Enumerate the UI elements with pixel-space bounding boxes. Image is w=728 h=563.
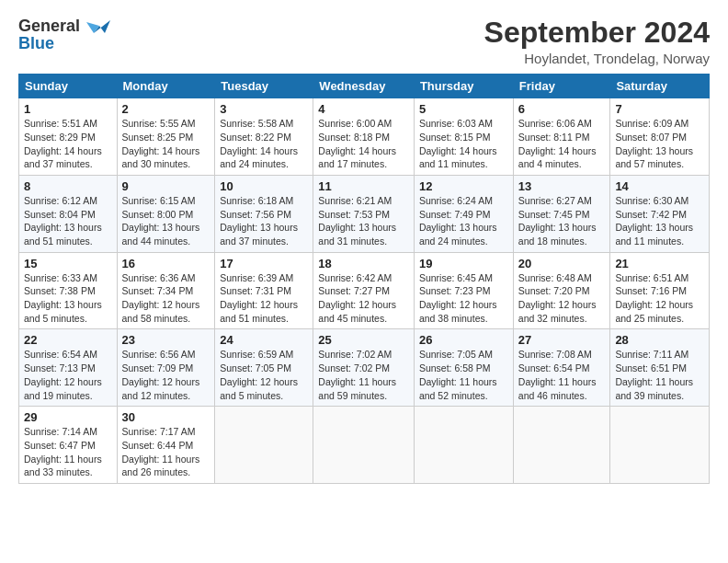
calendar-day-cell: 1Sunrise: 5:51 AMSunset: 8:29 PMDaylight…: [19, 98, 118, 176]
weekday-header-cell: Friday: [513, 75, 610, 98]
calendar-day-cell: 27Sunrise: 7:08 AMSunset: 6:54 PMDayligh…: [513, 329, 610, 407]
day-number: 10: [220, 179, 308, 193]
day-number: 21: [615, 257, 704, 270]
calendar-day-cell: 24Sunrise: 6:59 AMSunset: 7:05 PMDayligh…: [215, 329, 313, 407]
day-info: Sunrise: 6:21 AMSunset: 7:53 PMDaylight:…: [318, 194, 409, 248]
day-number: 18: [318, 257, 409, 270]
page: General Blue September 2024 Hoylandet, T…: [0, 0, 728, 563]
calendar-day-cell: 12Sunrise: 6:24 AMSunset: 7:49 PMDayligh…: [414, 175, 513, 252]
calendar-day-cell: 2Sunrise: 5:55 AMSunset: 8:25 PMDaylight…: [117, 98, 215, 176]
day-info: Sunrise: 6:15 AMSunset: 8:00 PMDaylight:…: [122, 194, 210, 248]
day-number: 19: [419, 257, 508, 270]
day-number: 27: [518, 333, 606, 347]
calendar-day-cell: 16Sunrise: 6:36 AMSunset: 7:34 PMDayligh…: [117, 252, 215, 329]
day-info: Sunrise: 6:18 AMSunset: 7:56 PMDaylight:…: [220, 194, 308, 248]
day-info: Sunrise: 6:12 AMSunset: 8:04 PMDaylight:…: [24, 194, 112, 248]
calendar-day-cell: 5Sunrise: 6:03 AMSunset: 8:15 PMDaylight…: [414, 98, 513, 176]
calendar-day-cell: [610, 407, 710, 484]
day-number: 14: [615, 179, 704, 193]
day-number: 4: [318, 102, 409, 116]
calendar-day-cell: [313, 407, 415, 484]
main-title: September 2024: [484, 17, 710, 49]
calendar-day-cell: 22Sunrise: 6:54 AMSunset: 7:13 PMDayligh…: [19, 329, 118, 407]
calendar-day-cell: 14Sunrise: 6:30 AMSunset: 7:42 PMDayligh…: [610, 175, 710, 252]
calendar-day-cell: 13Sunrise: 6:27 AMSunset: 7:45 PMDayligh…: [513, 175, 610, 252]
logo-general: General: [18, 17, 80, 35]
day-number: 11: [318, 179, 409, 193]
weekday-header-cell: Wednesday: [313, 75, 415, 98]
weekday-header-cell: Tuesday: [215, 75, 313, 98]
day-info: Sunrise: 6:03 AMSunset: 8:15 PMDaylight:…: [419, 117, 508, 171]
day-number: 9: [122, 179, 210, 193]
calendar-day-cell: [513, 407, 610, 484]
day-info: Sunrise: 6:42 AMSunset: 7:27 PMDaylight:…: [318, 271, 409, 326]
calendar-day-cell: 3Sunrise: 5:58 AMSunset: 8:22 PMDaylight…: [215, 98, 313, 176]
day-number: 6: [518, 102, 606, 116]
title-block: September 2024 Hoylandet, Trondelag, Nor…: [484, 17, 710, 66]
weekday-header-row: SundayMondayTuesdayWednesdayThursdayFrid…: [19, 75, 710, 98]
day-info: Sunrise: 7:11 AMSunset: 6:51 PMDaylight:…: [615, 348, 704, 402]
day-info: Sunrise: 6:09 AMSunset: 8:07 PMDaylight:…: [615, 117, 704, 171]
day-number: 3: [220, 102, 308, 116]
day-number: 30: [122, 410, 210, 424]
calendar-day-cell: 28Sunrise: 7:11 AMSunset: 6:51 PMDayligh…: [610, 329, 710, 407]
calendar-week-row: 22Sunrise: 6:54 AMSunset: 7:13 PMDayligh…: [19, 329, 710, 407]
calendar-day-cell: 17Sunrise: 6:39 AMSunset: 7:31 PMDayligh…: [215, 252, 313, 329]
logo-bird-icon: [86, 17, 110, 37]
calendar-day-cell: 21Sunrise: 6:51 AMSunset: 7:16 PMDayligh…: [610, 252, 710, 329]
day-info: Sunrise: 6:51 AMSunset: 7:16 PMDaylight:…: [615, 271, 704, 326]
logo-blue: Blue: [18, 35, 110, 53]
calendar-day-cell: 4Sunrise: 6:00 AMSunset: 8:18 PMDaylight…: [313, 98, 415, 176]
day-info: Sunrise: 6:24 AMSunset: 7:49 PMDaylight:…: [419, 194, 508, 248]
day-number: 29: [24, 410, 112, 424]
day-info: Sunrise: 6:48 AMSunset: 7:20 PMDaylight:…: [518, 271, 606, 326]
calendar-day-cell: 9Sunrise: 6:15 AMSunset: 8:00 PMDaylight…: [117, 175, 215, 252]
day-info: Sunrise: 7:05 AMSunset: 6:58 PMDaylight:…: [419, 348, 508, 402]
day-number: 7: [615, 102, 704, 116]
day-number: 28: [615, 333, 704, 347]
calendar-day-cell: [414, 407, 513, 484]
day-info: Sunrise: 6:27 AMSunset: 7:45 PMDaylight:…: [518, 194, 606, 248]
day-info: Sunrise: 6:30 AMSunset: 7:42 PMDaylight:…: [615, 194, 704, 248]
calendar-table: SundayMondayTuesdayWednesdayThursdayFrid…: [18, 74, 710, 484]
calendar-day-cell: 6Sunrise: 6:06 AMSunset: 8:11 PMDaylight…: [513, 98, 610, 176]
calendar-week-row: 8Sunrise: 6:12 AMSunset: 8:04 PMDaylight…: [19, 175, 710, 252]
day-info: Sunrise: 5:51 AMSunset: 8:29 PMDaylight:…: [24, 117, 112, 171]
day-info: Sunrise: 7:02 AMSunset: 7:02 PMDaylight:…: [318, 348, 409, 402]
day-info: Sunrise: 7:14 AMSunset: 6:47 PMDaylight:…: [24, 425, 112, 479]
calendar-day-cell: 26Sunrise: 7:05 AMSunset: 6:58 PMDayligh…: [414, 329, 513, 407]
day-number: 13: [518, 179, 606, 193]
day-number: 17: [220, 257, 308, 270]
calendar-day-cell: 20Sunrise: 6:48 AMSunset: 7:20 PMDayligh…: [513, 252, 610, 329]
day-number: 22: [24, 333, 112, 347]
calendar-day-cell: 23Sunrise: 6:56 AMSunset: 7:09 PMDayligh…: [117, 329, 215, 407]
calendar-day-cell: 18Sunrise: 6:42 AMSunset: 7:27 PMDayligh…: [313, 252, 415, 329]
day-info: Sunrise: 5:55 AMSunset: 8:25 PMDaylight:…: [122, 117, 210, 171]
logo: General Blue: [18, 17, 110, 53]
day-number: 24: [220, 333, 308, 347]
calendar-day-cell: [215, 407, 313, 484]
day-info: Sunrise: 6:54 AMSunset: 7:13 PMDaylight:…: [24, 348, 112, 402]
day-number: 1: [24, 102, 112, 116]
day-info: Sunrise: 6:36 AMSunset: 7:34 PMDaylight:…: [122, 271, 210, 326]
day-info: Sunrise: 7:17 AMSunset: 6:44 PMDaylight:…: [122, 425, 210, 479]
weekday-header-cell: Thursday: [414, 75, 513, 98]
calendar-day-cell: 29Sunrise: 7:14 AMSunset: 6:47 PMDayligh…: [19, 407, 118, 484]
calendar-day-cell: 7Sunrise: 6:09 AMSunset: 8:07 PMDaylight…: [610, 98, 710, 176]
day-info: Sunrise: 6:56 AMSunset: 7:09 PMDaylight:…: [122, 348, 210, 402]
day-info: Sunrise: 6:45 AMSunset: 7:23 PMDaylight:…: [419, 271, 508, 326]
calendar-day-cell: 15Sunrise: 6:33 AMSunset: 7:38 PMDayligh…: [19, 252, 118, 329]
day-number: 8: [24, 179, 112, 193]
day-number: 20: [518, 257, 606, 270]
day-info: Sunrise: 6:39 AMSunset: 7:31 PMDaylight:…: [220, 271, 308, 326]
header: General Blue September 2024 Hoylandet, T…: [18, 17, 710, 66]
day-number: 23: [122, 333, 210, 347]
day-number: 2: [122, 102, 210, 116]
day-info: Sunrise: 6:00 AMSunset: 8:18 PMDaylight:…: [318, 117, 409, 171]
calendar-day-cell: 11Sunrise: 6:21 AMSunset: 7:53 PMDayligh…: [313, 175, 415, 252]
day-info: Sunrise: 6:06 AMSunset: 8:11 PMDaylight:…: [518, 117, 606, 171]
weekday-header-cell: Saturday: [610, 75, 710, 98]
sub-title: Hoylandet, Trondelag, Norway: [484, 51, 710, 66]
calendar-day-cell: 19Sunrise: 6:45 AMSunset: 7:23 PMDayligh…: [414, 252, 513, 329]
calendar-body: 1Sunrise: 5:51 AMSunset: 8:29 PMDaylight…: [19, 98, 710, 484]
